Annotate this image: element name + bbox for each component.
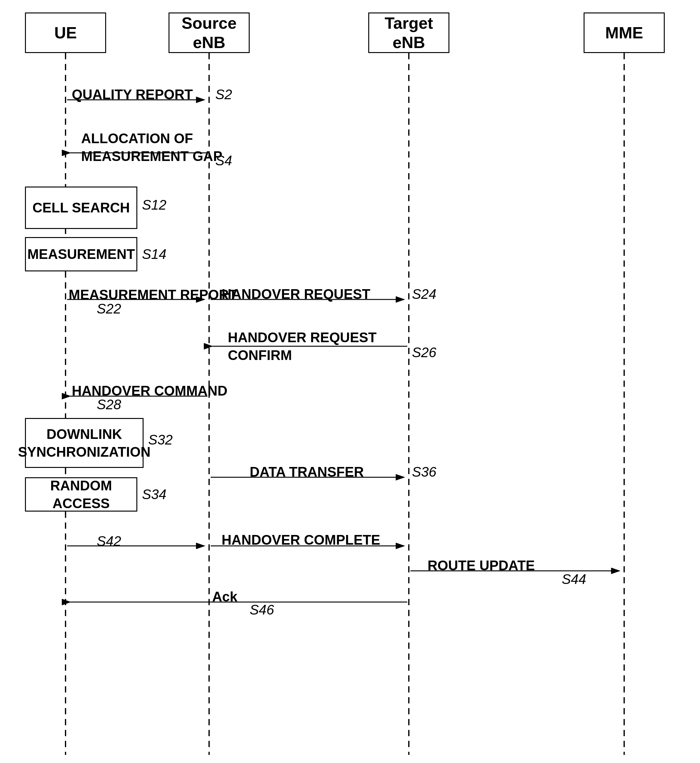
random-access-box: RANDOM ACCESS — [25, 477, 138, 512]
entity-source-enb: SourceeNB — [169, 12, 250, 53]
s2-label: S2 — [215, 87, 232, 102]
entity-ue-label: UE — [54, 23, 77, 42]
measurement-label: MEASUREMENT — [28, 245, 135, 263]
sequence-diagram: UE SourceeNB TargeteNB MME CELL SEARCH M… — [0, 0, 700, 763]
s26-label: S26 — [412, 345, 436, 360]
random-access-label: RANDOM ACCESS — [26, 477, 136, 512]
entity-target-enb-label: TargeteNB — [384, 13, 433, 52]
s42-label: S42 — [97, 534, 121, 549]
cell-search-box: CELL SEARCH — [25, 187, 138, 229]
alloc-label: ALLOCATION OFMEASUREMENT GAP — [81, 130, 222, 165]
entity-target-enb: TargeteNB — [368, 12, 449, 53]
s36-label: S36 — [412, 464, 436, 480]
s46-label: S46 — [250, 602, 274, 618]
s12-label: S12 — [142, 197, 166, 213]
route-update-label: ROUTE UPDATE — [428, 558, 535, 573]
handover-command-label: HANDOVER COMMAND — [72, 383, 228, 399]
measurement-box: MEASUREMENT — [25, 237, 138, 271]
s14-label: S14 — [142, 247, 166, 262]
cell-search-label: CELL SEARCH — [33, 199, 130, 217]
data-transfer-label: DATA TRANSFER — [250, 464, 364, 480]
measurement-report-label: MEASUREMENT REPORT — [69, 287, 237, 303]
s34-label: S34 — [142, 487, 166, 502]
entity-ue: UE — [25, 12, 106, 53]
downlink-sync-box: DOWNLINKSYNCHRONIZATION — [25, 418, 144, 468]
s28-label: S28 — [97, 397, 121, 412]
s32-label: S32 — [148, 432, 173, 448]
handover-request-confirm-label: HANDOVER REQUESTCONFIRM — [228, 328, 377, 364]
s24-label: S24 — [412, 286, 436, 302]
quality-report-label: QUALITY REPORT — [72, 87, 193, 102]
handover-request-label: HANDOVER REQUEST — [222, 286, 370, 302]
entity-mme-label: MME — [605, 23, 643, 42]
ack-label: Ack — [212, 589, 238, 605]
s4-label: S4 — [215, 153, 232, 169]
handover-complete-label: HANDOVER COMPLETE — [222, 532, 380, 548]
entity-source-enb-label: SourceeNB — [182, 13, 237, 52]
s22-label: S22 — [97, 301, 121, 317]
entity-mme: MME — [584, 12, 665, 53]
s44-label: S44 — [562, 571, 586, 587]
downlink-sync-label: DOWNLINKSYNCHRONIZATION — [18, 425, 151, 461]
